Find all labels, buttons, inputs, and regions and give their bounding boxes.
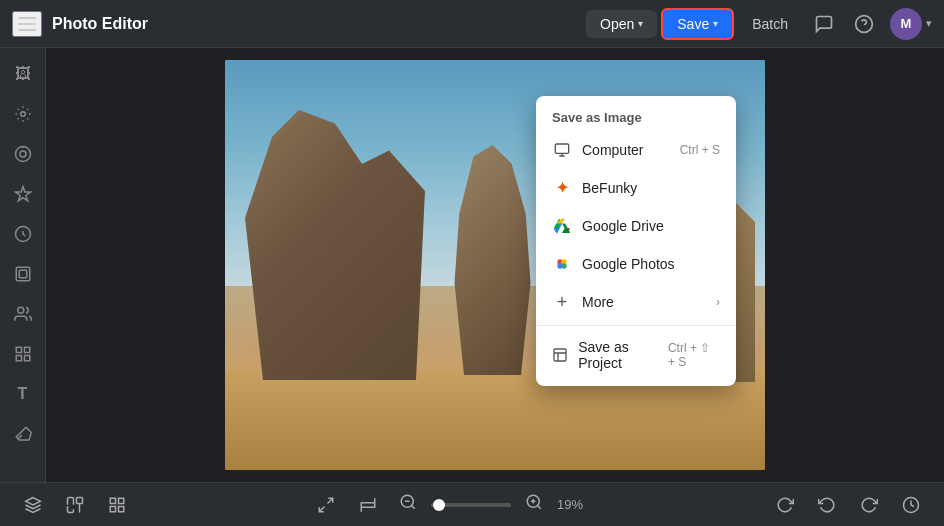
google-photos-icon xyxy=(552,254,572,274)
avatar-wrapper[interactable]: M ▾ xyxy=(890,8,932,40)
redo-icon xyxy=(860,496,878,514)
bottom-right xyxy=(768,492,928,518)
batch-button[interactable]: Batch xyxy=(738,10,802,38)
canvas-area: Save as Image Computer Ctrl + S ✦ BeFunk… xyxy=(46,48,944,482)
zoom-out-icon xyxy=(399,493,417,511)
zoom-in-icon xyxy=(525,493,543,511)
grid-icon xyxy=(108,496,126,514)
sidebar-item-effects[interactable] xyxy=(5,136,41,172)
save-label: Save xyxy=(677,16,709,32)
history-button[interactable] xyxy=(894,492,928,518)
save-project-label: Save as Project xyxy=(578,339,658,371)
svg-marker-24 xyxy=(26,497,41,505)
avatar: M xyxy=(890,8,922,40)
sidebar: 🖼 T xyxy=(0,48,46,482)
sidebar-item-text[interactable]: T xyxy=(5,376,41,412)
save-computer-label: Computer xyxy=(582,142,643,158)
svg-rect-7 xyxy=(16,267,30,281)
svg-rect-29 xyxy=(110,506,115,511)
svg-rect-10 xyxy=(16,347,21,352)
history-icon xyxy=(902,496,920,514)
help-icon xyxy=(854,14,874,34)
zoom-out-button[interactable] xyxy=(393,491,423,518)
reset-button[interactable] xyxy=(768,492,802,518)
svg-rect-21 xyxy=(554,349,566,361)
avatar-chevron-icon: ▾ xyxy=(926,17,932,30)
save-project-shortcut: Ctrl + ⇧ + S xyxy=(668,341,720,369)
svg-rect-26 xyxy=(110,498,115,503)
zoom-slider[interactable] xyxy=(431,503,511,507)
svg-rect-14 xyxy=(555,144,568,153)
svg-rect-28 xyxy=(119,506,124,511)
help-button[interactable] xyxy=(850,10,878,38)
main: 🖼 T xyxy=(0,48,944,482)
undo-button[interactable] xyxy=(810,492,844,518)
dropdown-divider xyxy=(536,325,736,326)
zoom-percent: 19% xyxy=(557,497,593,512)
save-button[interactable]: Save ▾ xyxy=(661,8,734,40)
zoom-slider-track xyxy=(431,503,511,507)
layers-icon xyxy=(24,496,42,514)
svg-rect-11 xyxy=(24,347,29,352)
svg-point-3 xyxy=(15,147,30,162)
save-gdrive-label: Google Drive xyxy=(582,218,664,234)
svg-line-31 xyxy=(319,506,324,511)
google-drive-icon xyxy=(552,216,572,236)
grid-button[interactable] xyxy=(100,492,134,518)
sidebar-item-graphic[interactable] xyxy=(5,216,41,252)
sidebar-item-layers[interactable] xyxy=(5,296,41,332)
save-chevron-icon: ▾ xyxy=(713,18,718,29)
paint-button[interactable] xyxy=(58,492,92,518)
svg-rect-27 xyxy=(119,498,124,503)
sidebar-item-frames[interactable] xyxy=(5,256,41,292)
project-icon xyxy=(552,345,568,365)
save-computer-shortcut: Ctrl + S xyxy=(680,143,720,157)
save-more-label: More xyxy=(582,294,614,310)
paint-icon xyxy=(66,496,84,514)
bottom-bar: 19% xyxy=(0,482,944,526)
bottom-left xyxy=(16,492,134,518)
sidebar-item-erase[interactable] xyxy=(5,416,41,452)
more-arrow-icon: › xyxy=(716,295,720,309)
undo-icon xyxy=(818,496,836,514)
bottom-center: 19% xyxy=(309,491,593,518)
zoom-slider-thumb xyxy=(433,499,445,511)
more-icon: + xyxy=(552,292,572,312)
svg-point-4 xyxy=(20,151,26,157)
save-to-gdrive-item[interactable]: Google Drive xyxy=(536,207,736,245)
svg-rect-8 xyxy=(19,270,27,278)
sidebar-item-touchup[interactable] xyxy=(5,176,41,212)
layers-button[interactable] xyxy=(16,492,50,518)
redo-button[interactable] xyxy=(852,492,886,518)
sidebar-item-photos[interactable]: 🖼 xyxy=(5,56,41,92)
crop-fit-button[interactable] xyxy=(351,492,385,518)
save-as-project-item[interactable]: Save as Project Ctrl + ⇧ + S xyxy=(536,330,736,380)
batch-label: Batch xyxy=(752,16,788,32)
svg-line-33 xyxy=(411,505,414,508)
header-center: Open ▾ Save ▾ Batch xyxy=(586,8,802,40)
chat-button[interactable] xyxy=(810,10,838,38)
computer-icon xyxy=(552,140,572,160)
save-more-item[interactable]: + More › xyxy=(536,283,736,321)
zoom-in-button[interactable] xyxy=(519,491,549,518)
save-to-gphotos-item[interactable]: Google Photos xyxy=(536,245,736,283)
menu-button[interactable] xyxy=(12,11,42,37)
svg-line-30 xyxy=(328,498,333,503)
save-dropdown-menu: Save as Image Computer Ctrl + S ✦ BeFunk… xyxy=(536,96,736,386)
chat-icon xyxy=(814,14,834,34)
crop-icon xyxy=(359,496,377,514)
save-befunky-label: BeFunky xyxy=(582,180,637,196)
save-to-befunky-item[interactable]: ✦ BeFunky xyxy=(536,169,736,207)
save-to-computer-item[interactable]: Computer Ctrl + S xyxy=(536,131,736,169)
sidebar-item-textures[interactable] xyxy=(5,336,41,372)
svg-point-2 xyxy=(20,112,25,117)
sidebar-item-edit[interactable] xyxy=(5,96,41,132)
svg-rect-25 xyxy=(77,497,83,503)
reset-icon xyxy=(776,496,794,514)
app-title: Photo Editor xyxy=(52,15,148,33)
fit-icon xyxy=(317,496,335,514)
open-button[interactable]: Open ▾ xyxy=(586,10,657,38)
open-chevron-icon: ▾ xyxy=(638,18,643,29)
fit-button[interactable] xyxy=(309,492,343,518)
header-left: Photo Editor xyxy=(12,11,578,37)
